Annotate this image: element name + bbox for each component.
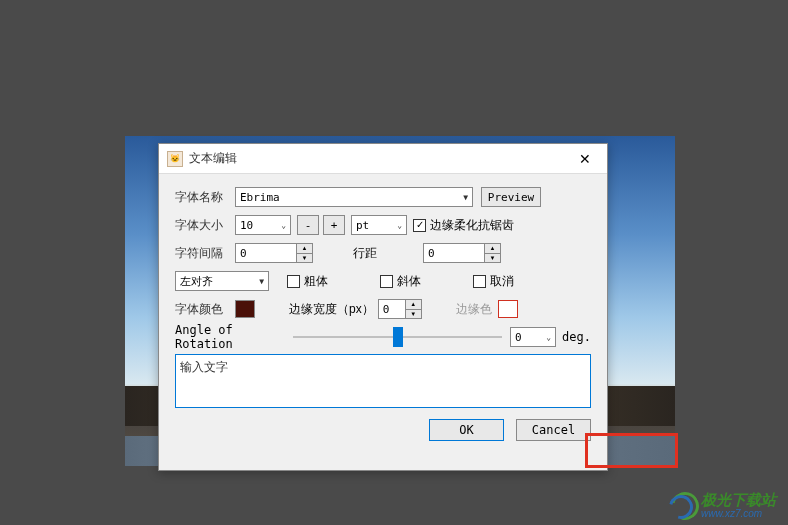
align-value: 左对齐 — [180, 274, 213, 289]
font-size-select[interactable]: 10 ⌄ — [235, 215, 291, 235]
watermark: 极光下载站 www.xz7.com — [669, 492, 776, 520]
font-name-value: Ebrima — [240, 191, 280, 204]
chevron-down-icon: ▼ — [463, 193, 468, 202]
char-spacing-spinner[interactable]: 0 ▲▼ — [235, 243, 313, 263]
checkbox-empty-icon — [287, 275, 300, 288]
slider-thumb[interactable] — [393, 327, 403, 347]
edge-width-spinner[interactable]: 0 ▲▼ — [378, 299, 422, 319]
chevron-down-icon: ⌄ — [281, 221, 286, 230]
titlebar: 🐱 文本编辑 ✕ — [159, 144, 607, 174]
font-size-label: 字体大小 — [175, 217, 235, 234]
spinner-up-icon[interactable]: ▲ — [406, 300, 421, 310]
checkbox-empty-icon — [380, 275, 393, 288]
watermark-logo-icon — [669, 492, 695, 518]
spinner-up-icon[interactable]: ▲ — [485, 244, 500, 254]
dialog-title: 文本编辑 — [189, 150, 237, 167]
font-color-label: 字体颜色 — [175, 301, 235, 318]
spinner-up-icon[interactable]: ▲ — [297, 244, 312, 254]
line-spacing-label: 行距 — [353, 245, 393, 262]
bold-checkbox[interactable]: 粗体 — [287, 273, 328, 290]
font-size-value: 10 — [240, 219, 253, 232]
rotation-slider[interactable] — [293, 336, 502, 338]
watermark-cn: 极光下载站 — [701, 492, 776, 509]
line-spacing-value: 0 — [428, 247, 435, 260]
font-size-plus-button[interactable]: + — [323, 215, 345, 235]
chevron-down-icon: ⌄ — [546, 333, 551, 342]
line-spacing-spinner[interactable]: 0 ▲▼ — [423, 243, 501, 263]
edge-width-value: 0 — [383, 303, 390, 316]
spinner-down-icon[interactable]: ▼ — [297, 254, 312, 263]
font-size-unit-select[interactable]: pt ⌄ — [351, 215, 407, 235]
close-button[interactable]: ✕ — [562, 144, 607, 174]
antialias-checkbox[interactable]: ✓ 边缘柔化抗锯齿 — [413, 217, 514, 234]
char-spacing-label: 字符间隔 — [175, 245, 235, 262]
ok-button[interactable]: OK — [429, 419, 504, 441]
strike-label: 取消 — [490, 273, 514, 290]
font-name-select[interactable]: Ebrima ▼ — [235, 187, 473, 207]
edge-color-swatch[interactable] — [498, 300, 518, 318]
antialias-label: 边缘柔化抗锯齿 — [430, 217, 514, 234]
strike-checkbox[interactable]: 取消 — [473, 273, 514, 290]
spinner-down-icon[interactable]: ▼ — [406, 310, 421, 319]
chevron-down-icon: ▼ — [259, 277, 264, 286]
italic-label: 斜体 — [397, 273, 421, 290]
checkbox-empty-icon — [473, 275, 486, 288]
rotation-label: Angle of Rotation — [175, 323, 285, 351]
text-edit-dialog: 🐱 文本编辑 ✕ 字体名称 Ebrima ▼ Preview 字体大小 10 ⌄… — [158, 143, 608, 471]
align-select[interactable]: 左对齐 ▼ — [175, 271, 269, 291]
italic-checkbox[interactable]: 斜体 — [380, 273, 421, 290]
close-icon: ✕ — [579, 151, 591, 167]
font-size-minus-button[interactable]: - — [297, 215, 319, 235]
spinner-down-icon[interactable]: ▼ — [485, 254, 500, 263]
char-spacing-value: 0 — [240, 247, 247, 260]
rotation-value-select[interactable]: 0 ⌄ — [510, 327, 556, 347]
text-input[interactable] — [175, 354, 591, 408]
edge-width-label: 边缘宽度（px） — [289, 301, 374, 318]
chevron-down-icon: ⌄ — [397, 221, 402, 230]
rotation-unit: deg. — [562, 330, 591, 344]
cancel-button[interactable]: Cancel — [516, 419, 591, 441]
watermark-en: www.xz7.com — [701, 508, 776, 519]
preview-button[interactable]: Preview — [481, 187, 541, 207]
checkbox-checked-icon: ✓ — [413, 219, 426, 232]
font-color-swatch[interactable] — [235, 300, 255, 318]
bold-label: 粗体 — [304, 273, 328, 290]
app-icon: 🐱 — [167, 151, 183, 167]
font-name-label: 字体名称 — [175, 189, 235, 206]
rotation-value: 0 — [515, 331, 522, 344]
dialog-form: 字体名称 Ebrima ▼ Preview 字体大小 10 ⌄ - + pt ⌄ — [159, 174, 607, 453]
font-size-unit: pt — [356, 219, 369, 232]
edge-color-label: 边缘色 — [456, 301, 492, 318]
